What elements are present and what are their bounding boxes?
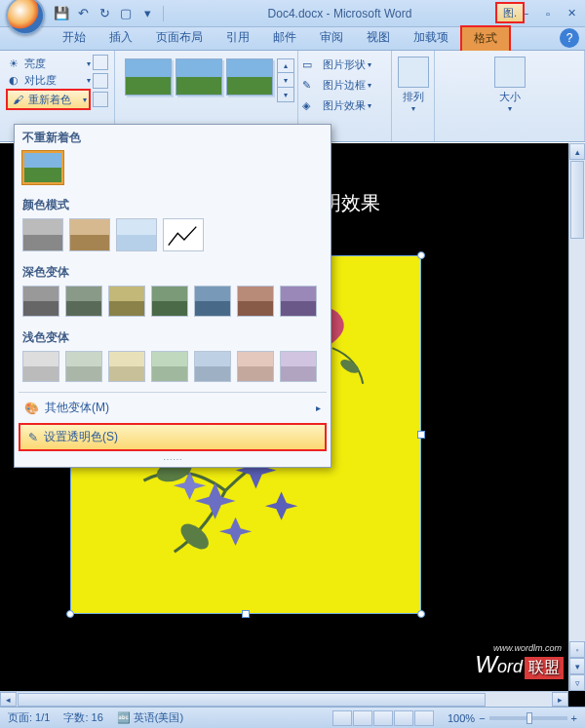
qat-dropdown-icon[interactable]: ▾: [138, 5, 156, 22]
scroll-right-button[interactable]: ▸: [552, 692, 568, 707]
undo-icon[interactable]: ↶: [74, 5, 92, 22]
help-icon[interactable]: ?: [560, 28, 579, 48]
prev-page-button[interactable]: ◦: [569, 641, 585, 658]
zoom-slider[interactable]: [489, 716, 567, 720]
watermark-ord: ord: [497, 657, 523, 677]
tab-home[interactable]: 开始: [51, 26, 98, 50]
word-count[interactable]: 字数: 16: [63, 710, 102, 725]
more-variants-label: 其他变体(M): [45, 400, 109, 416]
dark-v1[interactable]: [22, 286, 59, 317]
picture-style-3[interactable]: [226, 58, 273, 96]
size-button[interactable]: [494, 57, 526, 88]
tab-mailings[interactable]: 邮件: [261, 26, 308, 50]
contrast-button[interactable]: ◐对比度▾: [6, 72, 91, 88]
arrange-label: 排列: [403, 90, 424, 104]
resize-handle[interactable]: [417, 431, 425, 439]
close-button[interactable]: ✕: [560, 5, 583, 22]
draft-view[interactable]: [414, 710, 434, 726]
mode-grayscale[interactable]: [22, 218, 63, 251]
page-status[interactable]: 页面: 1/1: [8, 710, 50, 725]
dark-v6[interactable]: [237, 286, 274, 317]
dd-no-recolor-label: 不重新着色: [15, 125, 331, 149]
dark-v7[interactable]: [280, 286, 317, 317]
set-transparent-label: 设置透明色(S): [44, 429, 118, 445]
arrange-button[interactable]: [398, 57, 429, 88]
border-icon: ✎: [302, 79, 320, 93]
web-layout-view[interactable]: [373, 710, 393, 726]
dark-v3[interactable]: [108, 286, 145, 317]
scroll-thumb[interactable]: [570, 161, 584, 239]
resize-handle[interactable]: [242, 610, 250, 618]
svg-point-3: [176, 519, 214, 555]
light-v4[interactable]: [151, 351, 188, 382]
compress-pictures-button[interactable]: [93, 55, 108, 70]
light-v3[interactable]: [108, 351, 145, 382]
next-page-button[interactable]: ▿: [569, 674, 585, 691]
outline-view[interactable]: [394, 710, 413, 726]
picture-shape-button[interactable]: ▭图片形状 ▾: [302, 57, 387, 72]
tab-insert[interactable]: 插入: [98, 26, 144, 50]
tab-addins[interactable]: 加载项: [402, 26, 460, 50]
tab-references[interactable]: 引用: [214, 26, 261, 50]
office-button[interactable]: [6, 0, 45, 35]
zoom-in-button[interactable]: +: [571, 712, 577, 724]
light-v1[interactable]: [22, 351, 59, 382]
recolor-icon: 🖌: [10, 92, 25, 107]
resize-handle[interactable]: [66, 610, 74, 618]
tab-format[interactable]: 格式: [460, 25, 511, 51]
light-v5[interactable]: [194, 351, 231, 382]
horizontal-scrollbar[interactable]: ◂ ▸: [0, 691, 568, 707]
tab-page-layout[interactable]: 页面布局: [144, 26, 214, 50]
resize-handle[interactable]: [417, 251, 425, 259]
scroll-up-button[interactable]: ▴: [569, 143, 585, 160]
recolor-button[interactable]: 🖌重新着色▾: [6, 89, 91, 110]
quick-access-toolbar: 💾 ↶ ↻ ▢ ▾: [53, 5, 167, 22]
brightness-label: 亮度: [24, 57, 46, 71]
print-layout-view[interactable]: [332, 710, 352, 726]
zoom-level[interactable]: 100%: [448, 712, 475, 724]
more-variants-item[interactable]: 🎨其他变体(M)▸: [15, 395, 331, 421]
scroll-thumb[interactable]: [18, 693, 486, 707]
contrast-icon: ◐: [6, 72, 21, 88]
ribbon-tabs: 开始 插入 页面布局 引用 邮件 审阅 视图 加载项 格式 ?: [0, 27, 585, 51]
recolor-dropdown: 不重新着色 颜色模式 深色变体 浅色变体 🎨其他变体(M)▸ ✎设置透明色(S)…: [14, 124, 332, 468]
mode-bw[interactable]: [163, 218, 204, 251]
size-label: 大小: [499, 90, 521, 104]
reset-picture-button[interactable]: [93, 92, 108, 107]
save-icon[interactable]: 💾: [53, 5, 70, 22]
light-v6[interactable]: [237, 351, 274, 382]
dropdown-grip[interactable]: ⋯⋯: [15, 453, 331, 467]
new-doc-icon[interactable]: ▢: [117, 5, 135, 22]
picture-border-label: 图片边框: [323, 78, 366, 93]
dark-v5[interactable]: [194, 286, 231, 317]
light-v2[interactable]: [65, 351, 102, 382]
mode-washout[interactable]: [116, 218, 157, 251]
picture-style-1[interactable]: [125, 58, 172, 96]
picture-border-button[interactable]: ✎图片边框 ▾: [302, 78, 387, 93]
redo-icon[interactable]: ↻: [96, 5, 113, 22]
full-screen-view[interactable]: [353, 710, 372, 726]
picture-effects-button[interactable]: ◈图片效果 ▾: [302, 98, 387, 113]
picture-tools-tab[interactable]: 图.: [495, 2, 525, 23]
window-title: Doc4.docx - Microsoft Word: [167, 7, 513, 20]
language-status[interactable]: 🔤 英语(美国): [117, 710, 183, 725]
scroll-left-button[interactable]: ◂: [0, 692, 17, 707]
light-v7[interactable]: [280, 351, 317, 382]
tab-view[interactable]: 视图: [355, 26, 402, 50]
recolor-none[interactable]: [22, 151, 63, 184]
scroll-down-button[interactable]: ▾: [569, 658, 585, 674]
mode-sepia[interactable]: [69, 218, 110, 251]
watermark-w: W: [475, 651, 497, 678]
dark-v2[interactable]: [65, 286, 102, 317]
vertical-scrollbar[interactable]: ▴ ◦ ▾ ▿: [568, 143, 585, 691]
picture-style-2[interactable]: [176, 58, 222, 96]
resize-handle[interactable]: [417, 610, 425, 618]
tab-review[interactable]: 审阅: [308, 26, 355, 50]
change-picture-button[interactable]: [93, 73, 108, 89]
dark-v4[interactable]: [151, 286, 188, 317]
set-transparent-color-item[interactable]: ✎设置透明色(S): [19, 423, 327, 451]
brightness-button[interactable]: ☀亮度▾: [6, 56, 91, 71]
picture-styles-more[interactable]: ▴▾▾: [277, 58, 294, 102]
maximize-button[interactable]: ▫: [536, 5, 560, 22]
zoom-out-button[interactable]: −: [479, 712, 485, 724]
